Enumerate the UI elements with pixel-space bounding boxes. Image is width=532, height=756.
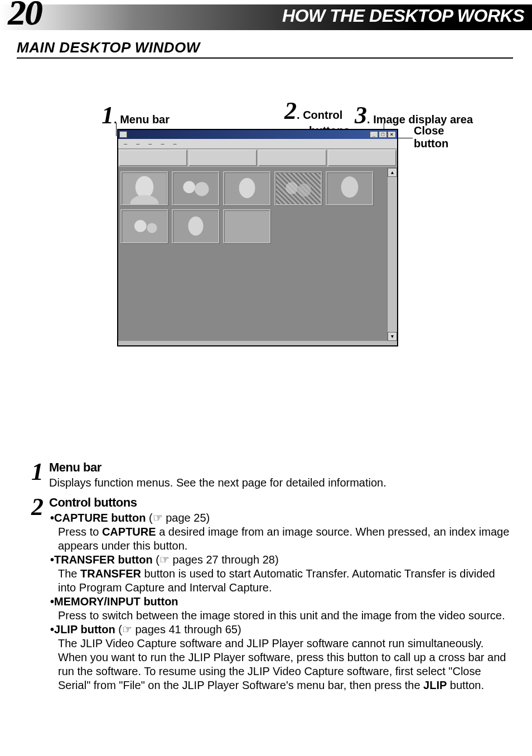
- svg-point-13: [134, 220, 147, 232]
- menu-item[interactable]: –: [132, 139, 144, 148]
- item-number: 2: [31, 495, 49, 692]
- titlebar: _ □ ×: [118, 130, 397, 139]
- thumbnail-selected[interactable]: [274, 171, 322, 206]
- svg-point-9: [298, 184, 311, 196]
- thumbnail-empty[interactable]: [223, 209, 271, 244]
- scroll-down-button[interactable]: ▾: [388, 332, 397, 341]
- window-controls: _ □ ×: [370, 131, 396, 138]
- system-menu-icon[interactable]: [119, 131, 127, 138]
- svg-point-7: [239, 178, 255, 198]
- page-number: 20: [8, 0, 41, 33]
- control-button-row: [118, 149, 397, 168]
- menu-item[interactable]: –: [156, 139, 168, 148]
- image-display-area: ▴ ▾: [118, 168, 397, 341]
- menu-item[interactable]: –: [169, 139, 181, 148]
- svg-point-16: [188, 216, 203, 235]
- thumbnail[interactable]: [120, 171, 168, 206]
- callout-close-button: Close button: [414, 124, 448, 150]
- jlip-button[interactable]: [328, 150, 396, 166]
- bullet-capture: •CAPTURE button (☞ page 25) Press to CAP…: [49, 511, 511, 553]
- bullet-memory-input: •MEMORY/INPUT button Press to switch bet…: [49, 595, 511, 623]
- transfer-button[interactable]: [188, 150, 257, 166]
- header-bar: 20 HOW THE DESKTOP WORKS: [0, 4, 532, 30]
- minimize-button[interactable]: _: [370, 131, 378, 138]
- menu-item[interactable]: –: [119, 139, 132, 148]
- thumbnail[interactable]: [172, 171, 220, 206]
- thumbnail[interactable]: [223, 171, 271, 206]
- bullet-jlip: •JLIP button (☞ pages 41 through 65) The…: [49, 623, 511, 692]
- item-control-buttons: 2 Control buttons •CAPTURE button (☞ pag…: [31, 495, 511, 692]
- svg-point-8: [286, 182, 298, 194]
- memory-input-button[interactable]: [258, 150, 327, 166]
- bullet-transfer: •TRANSFER button (☞ pages 27 through 28)…: [49, 553, 511, 595]
- capture-button[interactable]: [119, 150, 187, 166]
- section-title: MAIN DESKTOP WINDOW: [17, 39, 513, 59]
- menu-bar[interactable]: – – – – –: [118, 139, 397, 149]
- thumbnail[interactable]: [326, 171, 374, 206]
- menu-item[interactable]: –: [144, 139, 156, 148]
- scrollbar[interactable]: ▴ ▾: [387, 168, 397, 341]
- diagram-figure: 1. Menu bar 2. Control buttons 3. Image …: [0, 92, 532, 382]
- svg-point-5: [195, 182, 209, 196]
- svg-point-4: [183, 181, 195, 193]
- item-menu-bar: 1 Menu bar Displays function menus. See …: [31, 460, 511, 490]
- svg-point-1: [136, 176, 154, 198]
- scroll-up-button[interactable]: ▴: [388, 168, 397, 177]
- page-title: HOW THE DESKTOP WORKS: [282, 6, 524, 26]
- maximize-button[interactable]: □: [379, 131, 387, 138]
- svg-point-14: [147, 223, 157, 233]
- item-heading: Control buttons: [49, 495, 511, 510]
- item-text: Displays function menus. See the next pa…: [49, 476, 511, 490]
- callout-menu-bar: 1. Menu bar: [101, 102, 170, 129]
- svg-point-11: [341, 176, 359, 198]
- close-button[interactable]: ×: [388, 131, 396, 138]
- item-heading: Menu bar: [49, 460, 511, 475]
- thumbnail[interactable]: [120, 209, 168, 244]
- body-content: 1 Menu bar Displays function menus. See …: [31, 460, 511, 692]
- thumbnail[interactable]: [172, 209, 220, 244]
- app-window: _ □ × – – – – –: [117, 129, 398, 346]
- item-number: 1: [31, 460, 49, 490]
